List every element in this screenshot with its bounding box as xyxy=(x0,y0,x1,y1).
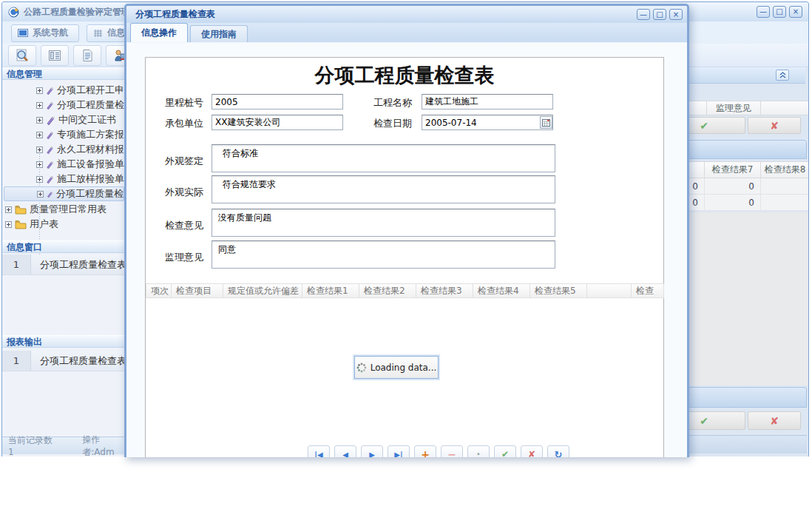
pager-refresh-button[interactable]: ↻ xyxy=(547,445,569,457)
pager-save-button[interactable]: ✔ xyxy=(494,445,516,457)
tree-item[interactable]: 施工设备报验单 xyxy=(4,157,124,172)
grid-col-index[interactable]: 项次 xyxy=(146,283,172,298)
search-button[interactable] xyxy=(8,45,36,66)
pager-next-button[interactable]: ▶ xyxy=(361,445,383,457)
tree-item[interactable]: 分项工程开工申 xyxy=(4,83,124,98)
dialog-minimize-button[interactable]: — xyxy=(637,9,650,20)
panel-info-window-header[interactable]: 信息窗口 xyxy=(2,240,124,253)
grid-col-result3[interactable]: 检查结果3 xyxy=(416,283,473,298)
folder-icon xyxy=(15,220,27,229)
grid-col-result4[interactable]: 检查结果4 xyxy=(473,283,530,298)
tab-user-guide[interactable]: 使用指南 xyxy=(190,25,248,42)
dialog-close-button[interactable]: × xyxy=(669,9,683,20)
tree-item-label: 中间交工证书 xyxy=(58,113,116,127)
pager-edit-button[interactable]: · xyxy=(467,445,490,457)
inspect-date-input[interactable] xyxy=(422,115,553,130)
pager-cancel-button[interactable]: ✘ xyxy=(521,445,543,457)
dialog-titlebar[interactable]: 分项工程质量检查表 — □ × xyxy=(126,6,687,23)
form-tool-icon xyxy=(46,145,54,155)
expand-icon[interactable] xyxy=(36,87,43,94)
bg-grid2-cell xyxy=(761,178,808,195)
tree-item[interactable]: 分项工程质量检 xyxy=(4,98,124,112)
panel-report-output-header[interactable]: 报表输出 xyxy=(2,335,124,348)
pager-last-button[interactable]: ▶| xyxy=(388,445,410,457)
collapse-panel-button[interactable] xyxy=(776,70,789,81)
expand-icon[interactable] xyxy=(5,221,12,228)
expand-icon[interactable] xyxy=(36,117,43,124)
appearance-textarea[interactable]: 符合标准 xyxy=(212,144,555,172)
tree-item[interactable]: 永久工程材料报 xyxy=(4,142,124,157)
info-window-list-item[interactable]: 1 分项工程质量检查表 xyxy=(2,255,124,275)
calendar-icon xyxy=(542,118,550,127)
minimize-button[interactable]: — xyxy=(757,6,770,18)
tree-item-label: 质量管理日常用表 xyxy=(30,203,106,216)
search-icon xyxy=(15,48,30,63)
chevron-double-up-icon xyxy=(779,72,786,78)
expand-icon[interactable] xyxy=(37,191,44,198)
pager-prev-button[interactable]: ◀ xyxy=(334,445,356,457)
tree-item[interactable]: 施工放样报验单 xyxy=(4,172,124,186)
actual-textarea[interactable]: 符合规范要求 xyxy=(212,175,555,203)
tree-item[interactable]: 中间交工证书 xyxy=(4,112,124,127)
contractor-input[interactable] xyxy=(212,115,343,130)
spinner-icon xyxy=(356,363,367,373)
monitor-icon xyxy=(18,29,28,38)
supervision-textarea[interactable]: 同意 xyxy=(212,240,555,269)
tree-item[interactable]: 专项施工方案报 xyxy=(4,127,124,142)
tree-item-label: 用户表 xyxy=(30,218,58,231)
grid-col-blank[interactable] xyxy=(587,283,632,298)
date-picker-button[interactable] xyxy=(540,116,552,129)
tree-item-label: 分项工程质量检 xyxy=(56,187,124,201)
bg-grid2-cell: 0 xyxy=(705,178,761,195)
dialog-tab-strip: 信息操作 使用指南 xyxy=(126,23,687,43)
expand-icon[interactable] xyxy=(36,102,43,109)
nav-system-label: 系统导航 xyxy=(33,27,68,39)
tree-item-label: 施工放样报验单 xyxy=(57,172,124,186)
tree-item-label: 永久工程材料报 xyxy=(57,143,124,156)
form-tool-icon xyxy=(46,86,54,95)
expand-icon[interactable] xyxy=(36,132,43,138)
list-item-label: 分项工程质量检查表 xyxy=(31,258,124,272)
restore-button[interactable]: □ xyxy=(773,6,786,18)
tree-folder-item[interactable]: 质量管理日常用表 xyxy=(4,202,124,217)
contractor-label: 承包单位 xyxy=(165,117,203,130)
bg-cancel-button-top[interactable]: ✘ xyxy=(748,117,801,134)
grid-col-spec[interactable]: 规定值或允许偏差 xyxy=(223,283,302,298)
report-output-list-item[interactable]: 1 分项工程质量检查表 xyxy=(2,351,124,371)
expand-icon[interactable] xyxy=(36,176,43,183)
grid-col-result5[interactable]: 检查结果5 xyxy=(530,283,587,298)
list-item-index: 1 xyxy=(2,351,31,371)
opinion-label: 检查意见 xyxy=(165,219,203,232)
pager-first-button[interactable]: |◀ xyxy=(308,445,330,457)
tree-folder-item[interactable]: 用户表 xyxy=(4,217,124,232)
form-tool-icon xyxy=(47,189,53,199)
expand-icon[interactable] xyxy=(36,146,43,153)
grid-col-result1[interactable]: 检查结果1 xyxy=(302,283,359,298)
bg-grid2-cell: 0 xyxy=(705,195,761,211)
supervision-label: 监理意见 xyxy=(165,251,203,264)
tab-info-operation[interactable]: 信息操作 xyxy=(130,23,188,42)
close-button[interactable]: × xyxy=(789,6,802,18)
nav-system-button[interactable]: 系统导航 xyxy=(11,24,79,42)
dialog-maximize-button[interactable]: □ xyxy=(653,9,666,20)
tree-item-selected[interactable]: 分项工程质量检 xyxy=(4,186,124,201)
mileage-input[interactable] xyxy=(212,94,343,109)
list-item-label: 分项工程质量检查表 xyxy=(31,354,124,368)
grid-col-result2[interactable]: 检查结果2 xyxy=(359,283,416,298)
pager-remove-button[interactable]: − xyxy=(441,445,463,457)
bg-cancel-button-bottom[interactable]: ✘ xyxy=(748,411,801,430)
actual-label: 外观实际 xyxy=(165,186,203,199)
grid-col-result6[interactable]: 检查 xyxy=(632,283,664,298)
opinion-textarea[interactable]: 没有质量问题 xyxy=(212,209,555,237)
grid-col-item[interactable]: 检查项目 xyxy=(172,283,223,298)
report-button[interactable] xyxy=(41,45,69,66)
pager-add-button[interactable]: + xyxy=(414,445,436,457)
list-item-index: 1 xyxy=(2,255,31,274)
panel-info-management-header[interactable]: 信息管理 xyxy=(2,67,124,80)
expand-icon[interactable] xyxy=(5,206,12,213)
grid-pager: |◀ ◀ ▶ ▶| + − · ✔ ✘ ↻ xyxy=(308,445,569,457)
document-button[interactable] xyxy=(73,45,101,66)
project-name-input[interactable] xyxy=(422,94,553,109)
document-icon xyxy=(80,48,95,63)
expand-icon[interactable] xyxy=(36,161,43,168)
